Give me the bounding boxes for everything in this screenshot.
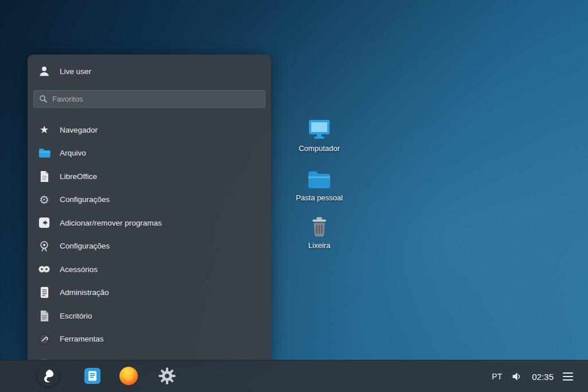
desktop-icon-computador[interactable]: Computador <box>291 119 348 153</box>
webcam-icon <box>38 240 51 253</box>
menu-item-escritorio[interactable]: Escritório <box>28 304 271 328</box>
menu-item-arquivo[interactable]: Arquivo <box>28 142 271 165</box>
menu-item-administracao[interactable]: Administração <box>28 281 271 305</box>
taskbar: PT 02:35 <box>0 360 588 392</box>
tools-icon <box>38 333 51 346</box>
menu-item-label: Arquivo <box>60 149 86 157</box>
menu-item-partial[interactable] <box>28 354 271 360</box>
file-manager-icon <box>84 367 101 385</box>
application-menu: Live user ★ Navegador Arquivo <box>28 55 271 360</box>
desktop-icon-lixeira[interactable]: Lixeira <box>291 217 348 250</box>
system-tray: PT 02:35 <box>492 360 588 392</box>
search-box[interactable] <box>33 90 265 108</box>
add-remove-programs-icon <box>38 216 51 229</box>
office-document-icon <box>38 309 51 322</box>
menu-list: ★ Navegador Arquivo LibreOffice ⚙ Config… <box>28 118 271 360</box>
menu-item-label: Configurações <box>60 242 110 250</box>
menu-item-acessorios[interactable]: Acessórios <box>28 258 271 281</box>
admin-document-icon <box>38 286 51 299</box>
menu-item-navegador[interactable]: ★ Navegador <box>28 118 271 142</box>
accessories-icon <box>38 263 51 275</box>
user-name: Live user <box>60 67 91 76</box>
menu-item-label: Adicionar/remover programas <box>60 219 162 227</box>
clock[interactable]: 02:35 <box>532 372 554 382</box>
desktop[interactable]: Live user ★ Navegador Arquivo <box>0 0 588 392</box>
file-manager-button[interactable] <box>84 367 101 385</box>
folder-icon <box>38 147 51 160</box>
menu-item-label: LibreOffice <box>60 172 97 181</box>
menu-item-configuracoes[interactable]: ⚙ Configurações <box>28 188 271 212</box>
trash-icon <box>310 217 328 237</box>
desktop-icon-label: Lixeira <box>308 241 330 250</box>
gear-icon: ⚙ <box>38 193 51 206</box>
document-icon <box>38 170 51 183</box>
menu-item-configuracoes-sistema[interactable]: Configurações <box>28 235 271 258</box>
menu-item-label: Escritório <box>60 312 92 320</box>
menu-item-label: Navegador <box>60 126 98 134</box>
user-avatar-icon <box>38 65 51 77</box>
search-input[interactable] <box>52 95 260 103</box>
desktop-icon-label: Pasta pessoal <box>296 193 343 202</box>
settings-button[interactable] <box>158 367 176 385</box>
home-folder-icon <box>307 170 331 189</box>
keyboard-layout-indicator[interactable]: PT <box>492 372 502 381</box>
menu-item-ferramentas[interactable]: Ferramentas <box>28 328 271 351</box>
hamburger-menu-icon[interactable] <box>563 370 573 383</box>
menu-item-label: Configurações <box>60 195 110 204</box>
search-icon <box>39 95 48 103</box>
desktop-icon-label: Computador <box>299 144 340 153</box>
menu-item-libreoffice[interactable]: LibreOffice <box>28 165 271 188</box>
menu-launcher-button[interactable] <box>37 365 59 387</box>
menu-item-label: Acessórios <box>60 265 98 274</box>
desktop-icon-pasta-pessoal[interactable]: Pasta pessoal <box>291 170 348 202</box>
volume-icon[interactable] <box>511 371 523 382</box>
computer-icon <box>307 119 331 140</box>
settings-gear-icon <box>158 367 176 385</box>
menu-item-adicionar-remover-programas[interactable]: Adicionar/remover programas <box>28 211 271 235</box>
menu-item-label: Ferramentas <box>60 335 104 343</box>
firefox-button[interactable] <box>119 366 138 386</box>
launcher-logo-icon <box>42 369 55 383</box>
firefox-icon <box>119 366 138 386</box>
star-icon: ★ <box>38 123 51 136</box>
user-row: Live user <box>38 63 91 80</box>
menu-item-label: Administração <box>60 288 109 297</box>
